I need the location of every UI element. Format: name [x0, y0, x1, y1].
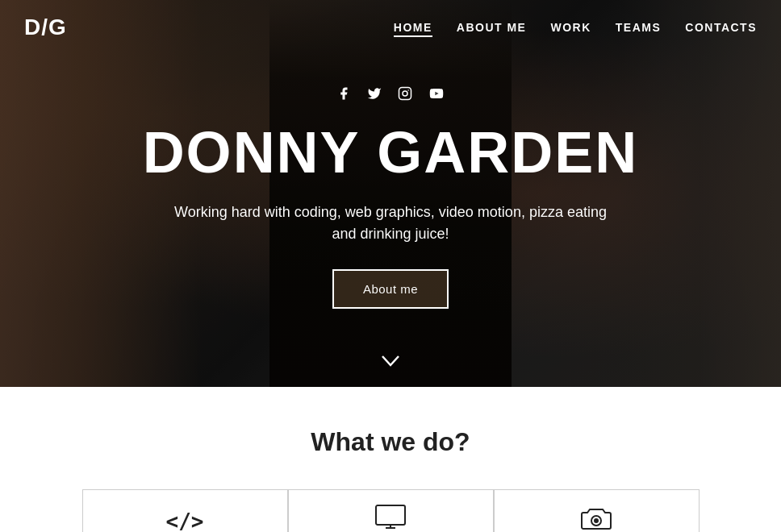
- svg-point-8: [595, 519, 598, 522]
- code-icon: </>: [166, 509, 204, 532]
- brand-logo[interactable]: D/G: [24, 15, 67, 40]
- hero-content: DONNY GARDEN Working hard with coding, w…: [127, 86, 655, 332]
- nav-link-teams[interactable]: TEAMS: [616, 21, 662, 34]
- navbar: D/G HOME ABOUT ME WORK TEAMS CONTACTS: [0, 0, 781, 55]
- svg-point-1: [403, 91, 407, 96]
- nav-link-work[interactable]: WORK: [550, 21, 591, 34]
- svg-rect-4: [376, 505, 405, 525]
- nav-item-teams[interactable]: TEAMS: [616, 20, 662, 35]
- hero-subtitle: Working hard with coding, web graphics, …: [165, 202, 616, 245]
- nav-link-contacts[interactable]: CONTACTS: [685, 21, 757, 34]
- nav-link-about[interactable]: ABOUT ME: [457, 21, 527, 34]
- nav-menu: HOME ABOUT ME WORK TEAMS CONTACTS: [394, 20, 757, 35]
- scroll-down-arrow[interactable]: [381, 351, 400, 372]
- card-camera: [494, 489, 700, 532]
- facebook-icon[interactable]: [336, 86, 351, 105]
- section-title: What we do?: [24, 427, 757, 457]
- nav-item-contacts[interactable]: CONTACTS: [685, 20, 757, 35]
- nav-item-about[interactable]: ABOUT ME: [457, 20, 527, 35]
- monitor-icon: [374, 504, 407, 532]
- nav-item-work[interactable]: WORK: [550, 20, 591, 35]
- nav-item-home[interactable]: HOME: [394, 20, 432, 35]
- hero-section: D/G HOME ABOUT ME WORK TEAMS CONTACTS: [0, 0, 781, 387]
- about-me-button[interactable]: About me: [332, 269, 449, 309]
- youtube-icon[interactable]: [428, 86, 445, 105]
- svg-rect-0: [399, 88, 411, 100]
- cards-row: </>: [24, 489, 757, 532]
- card-code: </>: [82, 489, 288, 532]
- twitter-icon[interactable]: [367, 86, 382, 105]
- svg-point-2: [407, 90, 409, 92]
- card-monitor: [288, 489, 494, 532]
- what-we-do-section: What we do? </>: [0, 387, 781, 532]
- instagram-icon[interactable]: [398, 86, 412, 105]
- social-icons-bar: [143, 86, 639, 105]
- hero-title: DONNY GARDEN: [143, 121, 639, 185]
- nav-link-home[interactable]: HOME: [394, 21, 432, 37]
- camera-icon: [580, 505, 612, 532]
